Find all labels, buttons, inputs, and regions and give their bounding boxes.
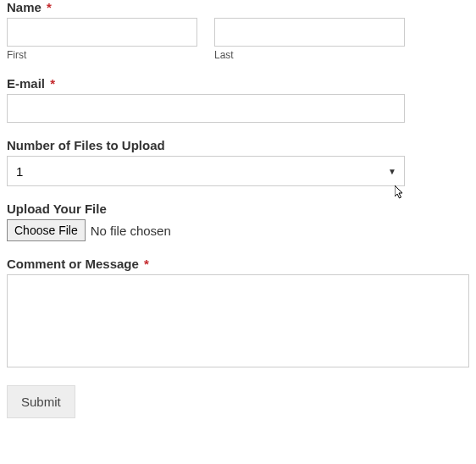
- last-name-input[interactable]: [214, 18, 405, 47]
- upload-label: Upload Your File: [7, 202, 469, 216]
- numfiles-label: Number of Files to Upload: [7, 138, 469, 152]
- comment-label: Comment or Message *: [7, 257, 469, 271]
- submit-button[interactable]: Submit: [7, 385, 75, 418]
- name-label-text: Name: [7, 0, 42, 14]
- first-name-input[interactable]: [7, 18, 197, 47]
- email-label: E-mail *: [7, 76, 469, 91]
- choose-file-button[interactable]: Choose File: [7, 219, 86, 241]
- cursor-icon: [395, 185, 407, 201]
- first-sublabel: First: [7, 49, 197, 61]
- file-status-text: No file chosen: [91, 224, 171, 238]
- comment-label-text: Comment or Message: [7, 257, 139, 271]
- last-sublabel: Last: [214, 49, 405, 61]
- required-asterisk: *: [47, 0, 52, 14]
- email-input[interactable]: [7, 94, 405, 123]
- comment-textarea[interactable]: [7, 274, 469, 367]
- required-asterisk: *: [50, 76, 55, 91]
- numfiles-select[interactable]: 1: [7, 156, 405, 186]
- email-label-text: E-mail: [7, 76, 45, 91]
- name-label: Name *: [7, 0, 469, 14]
- required-asterisk: *: [144, 257, 149, 271]
